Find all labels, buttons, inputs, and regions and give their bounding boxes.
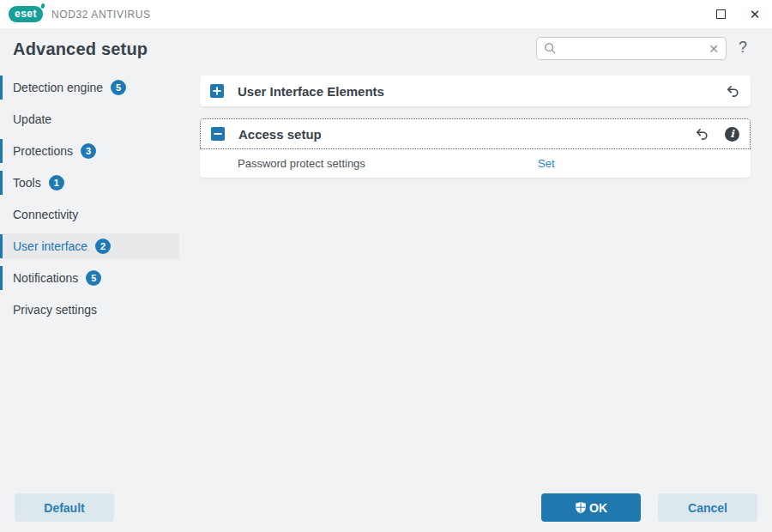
default-button-label: Default [44, 501, 84, 515]
info-button[interactable]: i [725, 127, 739, 142]
revert-button[interactable] [694, 126, 709, 142]
section-title: User Interface Elements [238, 84, 384, 99]
app-name: NOD32 ANTIVIRUS [51, 9, 151, 21]
cancel-button-label: Cancel [688, 501, 727, 515]
sidebar-item-user-interface[interactable]: User interface 2 [0, 233, 179, 259]
sidebar-item-label: User interface [13, 239, 87, 253]
maximize-button[interactable] [703, 0, 738, 28]
ok-button[interactable]: OK [541, 493, 641, 522]
sidebar-item-label: Connectivity [13, 208, 78, 221]
titlebar: eset NOD32 ANTIVIRUS ✕ [0, 0, 772, 28]
count-badge: 1 [49, 175, 64, 190]
count-badge: 5 [111, 80, 126, 95]
search-icon [544, 42, 557, 55]
setting-row-password-protect: Password protect settings Set [200, 149, 751, 178]
sidebar-item-connectivity[interactable]: Connectivity [0, 202, 179, 227]
settings-panel: User Interface Elements Access setup [200, 76, 751, 178]
sidebar-item-update[interactable]: Update [0, 106, 179, 132]
count-badge: 2 [95, 239, 111, 254]
page-title: Advanced setup [13, 39, 148, 59]
eset-logo: eset [9, 6, 43, 22]
section-access-setup-header[interactable]: Access setup i [200, 118, 751, 149]
sidebar-item-label: Update [13, 112, 51, 126]
section-user-interface-elements[interactable]: User Interface Elements [200, 76, 751, 106]
section-access-setup: Access setup i Password protect settings… [200, 118, 751, 178]
sidebar-item-protections[interactable]: Protections 3 [0, 138, 179, 164]
sidebar-item-label: Detection engine [13, 81, 103, 94]
undo-icon [725, 83, 740, 99]
search-clear-icon[interactable]: ✕ [709, 43, 719, 55]
sidebar-item-label: Notifications [13, 271, 78, 285]
sidebar-item-notifications[interactable]: Notifications 5 [0, 265, 179, 291]
sidebar-item-label: Privacy settings [13, 303, 97, 317]
uac-shield-icon [575, 501, 587, 514]
sidebar-item-detection-engine[interactable]: Detection engine 5 [0, 75, 179, 100]
info-icon: i [725, 127, 739, 142]
close-icon: ✕ [750, 8, 761, 21]
default-button[interactable]: Default [15, 493, 114, 522]
window-controls: ✕ [703, 0, 772, 28]
ok-button-label: OK [589, 501, 607, 515]
search-input[interactable] [562, 42, 703, 55]
sidebar: Detection engine 5 Update Protections 3 … [0, 75, 179, 329]
sidebar-item-privacy-settings[interactable]: Privacy settings [0, 297, 179, 323]
sidebar-item-label: Protections [13, 144, 73, 158]
help-button[interactable]: ? [739, 39, 747, 57]
undo-icon [694, 126, 709, 142]
section-title: Access setup [238, 127, 322, 142]
close-button[interactable]: ✕ [738, 0, 772, 28]
sidebar-item-label: Tools [13, 176, 41, 190]
count-badge: 3 [81, 143, 96, 159]
count-badge: 5 [86, 270, 101, 286]
cancel-button[interactable]: Cancel [658, 493, 757, 522]
search-box: ✕ [536, 37, 727, 60]
expand-plus-icon[interactable] [210, 84, 224, 98]
revert-button[interactable] [725, 83, 740, 99]
set-password-link[interactable]: Set [538, 157, 555, 170]
collapse-minus-icon[interactable] [211, 127, 225, 141]
sidebar-item-tools[interactable]: Tools 1 [0, 170, 179, 196]
setting-label: Password protect settings [238, 157, 365, 170]
maximize-icon [716, 9, 726, 19]
